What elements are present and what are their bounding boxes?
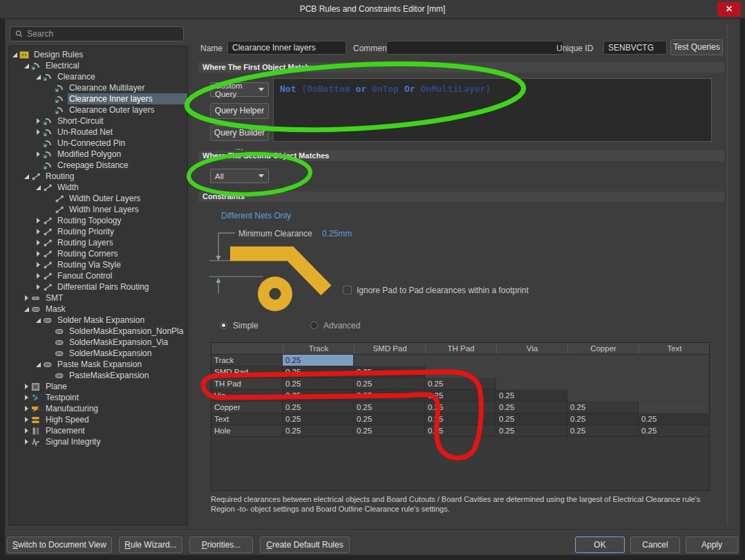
tree-item-modified-polygon[interactable]: Modified Polygon: [9, 149, 187, 160]
tree-item-creepage-distance[interactable]: Creepage Distance: [9, 160, 187, 171]
matrix-cell[interactable]: 0.25: [639, 413, 710, 425]
simple-radio[interactable]: [220, 321, 227, 329]
expand-arrow-icon[interactable]: [35, 129, 43, 136]
tree-item-clearance-outer-layers[interactable]: Clearance Outer layers: [9, 104, 187, 115]
matrix-row-header[interactable]: Via: [211, 390, 283, 402]
search-input[interactable]: [27, 29, 178, 39]
matrix-cell[interactable]: 0.25: [425, 390, 496, 402]
matrix-cell[interactable]: 0.25: [283, 402, 354, 413]
matrix-col-header[interactable]: SMD Pad: [354, 343, 425, 354]
matrix-cell[interactable]: 0.25: [496, 402, 567, 413]
tree-item-clearance-inner-layers[interactable]: Clearance Inner layers: [9, 93, 187, 104]
tree-item-testpoint[interactable]: Testpoint: [9, 392, 187, 403]
expand-arrow-icon[interactable]: [23, 394, 31, 401]
matrix-cell[interactable]: 0.25: [425, 402, 496, 413]
ignore-pad-checkbox[interactable]: [343, 286, 352, 295]
matrix-cell[interactable]: 0.25: [496, 413, 567, 425]
collapse-arrow-icon[interactable]: [35, 184, 43, 191]
matrix-row-header[interactable]: SMD Pad: [211, 366, 283, 378]
advanced-radio[interactable]: [310, 321, 318, 329]
expand-arrow-icon[interactable]: [23, 405, 31, 412]
tree-item-routing-via-style[interactable]: Routing Via Style: [9, 259, 187, 270]
priorities-button[interactable]: Priorities...: [189, 536, 253, 553]
tree-item-routing-layers[interactable]: Routing Layers: [9, 237, 187, 248]
matrix-cell[interactable]: 0.25: [567, 413, 639, 425]
tree-item-soldermaskexpansion[interactable]: SolderMaskExpansion: [9, 348, 187, 359]
query-helper-button[interactable]: Query Helper ...: [210, 103, 269, 119]
matrix-cell[interactable]: 0.25: [283, 378, 354, 390]
expand-arrow-icon[interactable]: [35, 261, 43, 268]
tree-item-routing-topology[interactable]: Routing Topology: [9, 215, 187, 226]
expand-arrow-icon[interactable]: [23, 416, 31, 423]
matrix-cell[interactable]: 0.25: [354, 390, 425, 402]
matrix-row-header[interactable]: Hole: [211, 425, 283, 437]
first-match-scope-dropdown[interactable]: Custom Query: [210, 82, 269, 97]
expand-arrow-icon[interactable]: [35, 239, 43, 246]
matrix-cell[interactable]: 0.25: [425, 425, 496, 437]
test-queries-button[interactable]: Test Queries: [670, 39, 723, 55]
collapse-arrow-icon[interactable]: [23, 173, 31, 180]
collapse-arrow-icon[interactable]: [35, 361, 43, 368]
collapse-arrow-icon[interactable]: [12, 51, 19, 58]
tree-item-fanout-control[interactable]: Fanout Control: [9, 270, 187, 281]
apply-button[interactable]: Apply: [686, 536, 738, 553]
ok-button[interactable]: OK: [575, 536, 625, 553]
matrix-row-header[interactable]: Text: [211, 413, 283, 425]
expand-arrow-icon[interactable]: [35, 250, 43, 257]
tree-item-manufacturing[interactable]: Manufacturing: [9, 403, 187, 414]
matrix-cell[interactable]: 0.25: [496, 390, 567, 402]
tree-item-signal-integrity[interactable]: Signal Integrity: [9, 436, 187, 447]
matrix-cell[interactable]: 0.25: [567, 425, 639, 437]
name-field[interactable]: Clearance Inner layers: [227, 41, 346, 55]
collapse-arrow-icon[interactable]: [23, 306, 31, 312]
matrix-cell[interactable]: 0.25: [283, 366, 354, 378]
matrix-cell[interactable]: 0.25: [567, 402, 639, 413]
unique-id-field[interactable]: SENBVCTG: [603, 41, 667, 55]
matrix-cell[interactable]: 0.25: [425, 378, 496, 390]
cancel-button[interactable]: Cancel: [630, 536, 680, 553]
tree-item-routing[interactable]: Routing: [9, 171, 187, 182]
collapse-arrow-icon[interactable]: [23, 62, 31, 69]
matrix-col-header[interactable]: Via: [496, 343, 567, 354]
tree-item-routing-corners[interactable]: Routing Corners: [9, 248, 187, 259]
tree-item-width-outer-layers[interactable]: Width Outer Layers: [9, 193, 187, 204]
expand-arrow-icon[interactable]: [35, 217, 43, 224]
create-default-rules-button[interactable]: Create Default Rules: [260, 536, 350, 553]
tree-item-pastemaskexpansion[interactable]: PasteMaskExpansion: [9, 370, 187, 381]
search-box[interactable]: [10, 26, 184, 41]
query-builder-button[interactable]: Query Builder ...: [210, 125, 269, 141]
matrix-col-header[interactable]: Track: [283, 343, 354, 354]
matrix-cell[interactable]: 0.25: [639, 425, 710, 437]
tree-item-un-connected-pin[interactable]: Un-Connected Pin: [9, 138, 187, 149]
tree-item-paste-mask-expansion[interactable]: Paste Mask Expansion: [9, 359, 187, 370]
matrix-cell[interactable]: 0.25: [283, 390, 354, 402]
expand-arrow-icon[interactable]: [35, 151, 43, 158]
collapse-arrow-icon[interactable]: [35, 73, 43, 80]
expand-arrow-icon[interactable]: [35, 272, 43, 279]
rule-wizard-button[interactable]: Rule Wizard...: [119, 536, 182, 553]
tree-item-short-circuit[interactable]: Short-Circuit: [9, 115, 187, 127]
matrix-cell[interactable]: 0.25: [283, 413, 354, 425]
matrix-col-header[interactable]: Text: [639, 343, 710, 354]
comment-field[interactable]: [386, 41, 564, 55]
tree-item-high-speed[interactable]: High Speed: [9, 414, 187, 425]
matrix-cell[interactable]: 0.25: [283, 425, 354, 437]
expand-arrow-icon[interactable]: [35, 228, 43, 235]
tree-item-routing-priority[interactable]: Routing Priority: [9, 226, 187, 237]
tree-item-width-inner-layers[interactable]: Width Inner Layers: [9, 204, 187, 215]
tree-item-width[interactable]: Width: [9, 182, 187, 193]
second-match-scope-dropdown[interactable]: All: [210, 169, 269, 183]
matrix-cell[interactable]: 0.25: [354, 378, 425, 390]
tree-item-soldermaskexpansion-via[interactable]: SolderMaskExpansion_Via: [9, 337, 187, 348]
matrix-cell[interactable]: 0.25: [425, 413, 496, 425]
tree-item-plane[interactable]: Plane: [9, 381, 187, 392]
matrix-col-header[interactable]: Copper: [567, 343, 639, 354]
matrix-row-header[interactable]: Copper: [211, 402, 283, 413]
collapse-arrow-icon[interactable]: [35, 317, 43, 324]
tree-item-mask[interactable]: Mask: [9, 304, 187, 315]
expand-arrow-icon[interactable]: [23, 438, 31, 445]
tree-item-placement[interactable]: Placement: [9, 425, 187, 436]
tree-item-clearance-multilayer[interactable]: Clearance Multilayer: [9, 82, 187, 93]
switch-to-document-view-button[interactable]: Switch to Document View: [7, 536, 112, 553]
expand-arrow-icon[interactable]: [35, 283, 43, 290]
